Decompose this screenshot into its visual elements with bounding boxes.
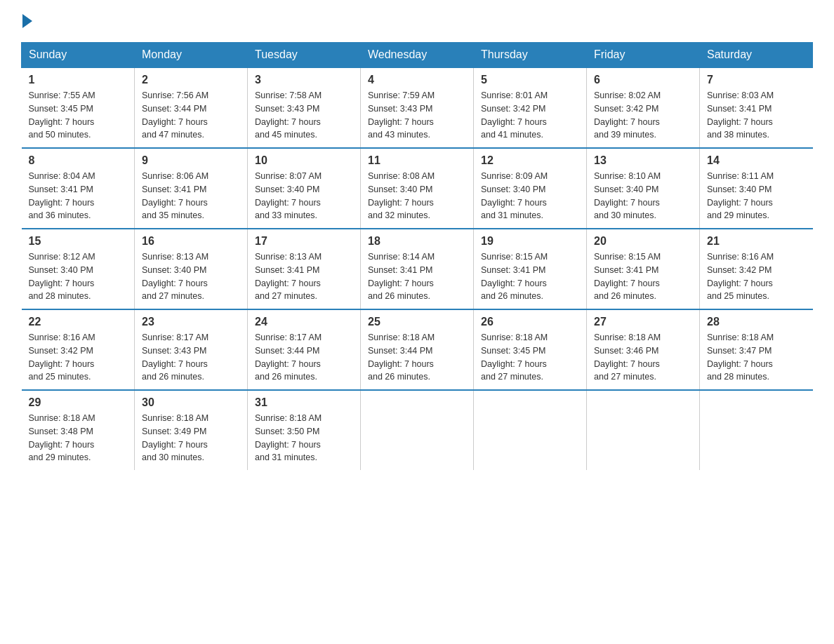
day-info: Sunrise: 8:03 AM Sunset: 3:41 PM Dayligh… <box>707 89 806 142</box>
day-info: Sunrise: 8:15 AM Sunset: 3:41 PM Dayligh… <box>481 250 579 303</box>
day-cell: 17 Sunrise: 8:13 AM Sunset: 3:41 PM Dayl… <box>248 229 361 309</box>
day-cell <box>700 390 813 470</box>
day-number: 5 <box>481 74 579 86</box>
day-info: Sunrise: 7:59 AM Sunset: 3:43 PM Dayligh… <box>368 89 466 142</box>
day-info: Sunrise: 7:55 AM Sunset: 3:45 PM Dayligh… <box>29 89 128 142</box>
calendar-header: SundayMondayTuesdayWednesdayThursdayFrid… <box>22 43 813 68</box>
day-info: Sunrise: 8:07 AM Sunset: 3:40 PM Dayligh… <box>255 170 353 222</box>
calendar-table: SundayMondayTuesdayWednesdayThursdayFrid… <box>21 42 813 470</box>
day-cell <box>474 390 587 470</box>
day-number: 30 <box>142 396 240 409</box>
day-info: Sunrise: 8:17 AM Sunset: 3:43 PM Dayligh… <box>142 331 240 384</box>
day-number: 2 <box>142 74 240 86</box>
day-info: Sunrise: 8:08 AM Sunset: 3:40 PM Dayligh… <box>368 170 466 222</box>
day-info: Sunrise: 8:15 AM Sunset: 3:41 PM Dayligh… <box>594 250 692 303</box>
header-cell-tuesday: Tuesday <box>248 43 361 68</box>
day-cell: 12 Sunrise: 8:09 AM Sunset: 3:40 PM Dayl… <box>474 148 587 229</box>
day-number: 19 <box>481 235 579 248</box>
day-cell: 16 Sunrise: 8:13 AM Sunset: 3:40 PM Dayl… <box>135 229 248 309</box>
day-info: Sunrise: 8:01 AM Sunset: 3:42 PM Dayligh… <box>481 89 579 142</box>
day-cell: 14 Sunrise: 8:11 AM Sunset: 3:40 PM Dayl… <box>700 148 813 229</box>
day-cell: 19 Sunrise: 8:15 AM Sunset: 3:41 PM Dayl… <box>474 229 587 309</box>
day-cell: 2 Sunrise: 7:56 AM Sunset: 3:44 PM Dayli… <box>135 67 248 148</box>
day-number: 23 <box>142 316 240 328</box>
day-number: 13 <box>594 154 692 167</box>
day-info: Sunrise: 8:18 AM Sunset: 3:45 PM Dayligh… <box>481 331 579 384</box>
day-number: 14 <box>707 154 806 167</box>
header-cell-saturday: Saturday <box>700 43 813 68</box>
day-info: Sunrise: 8:11 AM Sunset: 3:40 PM Dayligh… <box>707 170 806 222</box>
week-row-4: 22 Sunrise: 8:16 AM Sunset: 3:42 PM Dayl… <box>22 309 813 390</box>
day-info: Sunrise: 8:16 AM Sunset: 3:42 PM Dayligh… <box>707 250 806 303</box>
day-info: Sunrise: 8:04 AM Sunset: 3:41 PM Dayligh… <box>29 170 128 222</box>
day-cell: 6 Sunrise: 8:02 AM Sunset: 3:42 PM Dayli… <box>587 67 700 148</box>
day-number: 24 <box>255 316 353 328</box>
day-info: Sunrise: 8:12 AM Sunset: 3:40 PM Dayligh… <box>29 250 128 303</box>
header-cell-friday: Friday <box>587 43 700 68</box>
day-number: 21 <box>707 235 806 248</box>
day-number: 22 <box>29 316 128 328</box>
day-cell: 5 Sunrise: 8:01 AM Sunset: 3:42 PM Dayli… <box>474 67 587 148</box>
day-cell: 27 Sunrise: 8:18 AM Sunset: 3:46 PM Dayl… <box>587 309 700 390</box>
day-number: 18 <box>368 235 466 248</box>
day-number: 27 <box>594 316 692 328</box>
day-number: 1 <box>29 74 128 86</box>
day-number: 29 <box>29 396 128 409</box>
day-number: 8 <box>29 154 128 167</box>
day-cell: 10 Sunrise: 8:07 AM Sunset: 3:40 PM Dayl… <box>248 148 361 229</box>
day-cell: 8 Sunrise: 8:04 AM Sunset: 3:41 PM Dayli… <box>22 148 135 229</box>
day-cell: 11 Sunrise: 8:08 AM Sunset: 3:40 PM Dayl… <box>361 148 474 229</box>
day-number: 28 <box>707 316 806 328</box>
day-info: Sunrise: 8:18 AM Sunset: 3:44 PM Dayligh… <box>368 331 466 384</box>
day-number: 6 <box>594 74 692 86</box>
day-cell <box>361 390 474 470</box>
day-cell: 9 Sunrise: 8:06 AM Sunset: 3:41 PM Dayli… <box>135 148 248 229</box>
day-number: 10 <box>255 154 353 167</box>
header-cell-wednesday: Wednesday <box>361 43 474 68</box>
day-info: Sunrise: 8:18 AM Sunset: 3:47 PM Dayligh… <box>707 331 806 384</box>
header-row: SundayMondayTuesdayWednesdayThursdayFrid… <box>22 43 813 68</box>
day-number: 12 <box>481 154 579 167</box>
day-info: Sunrise: 8:18 AM Sunset: 3:50 PM Dayligh… <box>255 412 353 464</box>
day-info: Sunrise: 8:18 AM Sunset: 3:46 PM Dayligh… <box>594 331 692 384</box>
day-cell: 1 Sunrise: 7:55 AM Sunset: 3:45 PM Dayli… <box>22 67 135 148</box>
day-cell <box>587 390 700 470</box>
day-number: 20 <box>594 235 692 248</box>
day-number: 9 <box>142 154 240 167</box>
day-cell: 29 Sunrise: 8:18 AM Sunset: 3:48 PM Dayl… <box>22 390 135 470</box>
week-row-2: 8 Sunrise: 8:04 AM Sunset: 3:41 PM Dayli… <box>22 148 813 229</box>
day-number: 31 <box>255 396 353 409</box>
day-info: Sunrise: 7:58 AM Sunset: 3:43 PM Dayligh… <box>255 89 353 142</box>
week-row-3: 15 Sunrise: 8:12 AM Sunset: 3:40 PM Dayl… <box>22 229 813 309</box>
day-number: 17 <box>255 235 353 248</box>
week-row-5: 29 Sunrise: 8:18 AM Sunset: 3:48 PM Dayl… <box>22 390 813 470</box>
day-cell: 13 Sunrise: 8:10 AM Sunset: 3:40 PM Dayl… <box>587 148 700 229</box>
day-info: Sunrise: 8:09 AM Sunset: 3:40 PM Dayligh… <box>481 170 579 222</box>
page-header <box>21 14 813 28</box>
week-row-1: 1 Sunrise: 7:55 AM Sunset: 3:45 PM Dayli… <box>22 67 813 148</box>
day-cell: 3 Sunrise: 7:58 AM Sunset: 3:43 PM Dayli… <box>248 67 361 148</box>
day-info: Sunrise: 8:13 AM Sunset: 3:41 PM Dayligh… <box>255 250 353 303</box>
logo-arrow-icon <box>22 14 32 28</box>
day-cell: 30 Sunrise: 8:18 AM Sunset: 3:49 PM Dayl… <box>135 390 248 470</box>
day-cell: 23 Sunrise: 8:17 AM Sunset: 3:43 PM Dayl… <box>135 309 248 390</box>
calendar-body: 1 Sunrise: 7:55 AM Sunset: 3:45 PM Dayli… <box>22 67 813 470</box>
day-number: 11 <box>368 154 466 167</box>
day-number: 25 <box>368 316 466 328</box>
day-info: Sunrise: 8:14 AM Sunset: 3:41 PM Dayligh… <box>368 250 466 303</box>
day-cell: 22 Sunrise: 8:16 AM Sunset: 3:42 PM Dayl… <box>22 309 135 390</box>
day-info: Sunrise: 8:17 AM Sunset: 3:44 PM Dayligh… <box>255 331 353 384</box>
header-cell-sunday: Sunday <box>22 43 135 68</box>
day-cell: 25 Sunrise: 8:18 AM Sunset: 3:44 PM Dayl… <box>361 309 474 390</box>
day-info: Sunrise: 8:02 AM Sunset: 3:42 PM Dayligh… <box>594 89 692 142</box>
day-cell: 18 Sunrise: 8:14 AM Sunset: 3:41 PM Dayl… <box>361 229 474 309</box>
day-number: 7 <box>707 74 806 86</box>
day-info: Sunrise: 8:18 AM Sunset: 3:49 PM Dayligh… <box>142 412 240 464</box>
day-number: 26 <box>481 316 579 328</box>
day-number: 15 <box>29 235 128 248</box>
day-cell: 4 Sunrise: 7:59 AM Sunset: 3:43 PM Dayli… <box>361 67 474 148</box>
day-cell: 20 Sunrise: 8:15 AM Sunset: 3:41 PM Dayl… <box>587 229 700 309</box>
day-number: 16 <box>142 235 240 248</box>
day-cell: 31 Sunrise: 8:18 AM Sunset: 3:50 PM Dayl… <box>248 390 361 470</box>
day-cell: 24 Sunrise: 8:17 AM Sunset: 3:44 PM Dayl… <box>248 309 361 390</box>
